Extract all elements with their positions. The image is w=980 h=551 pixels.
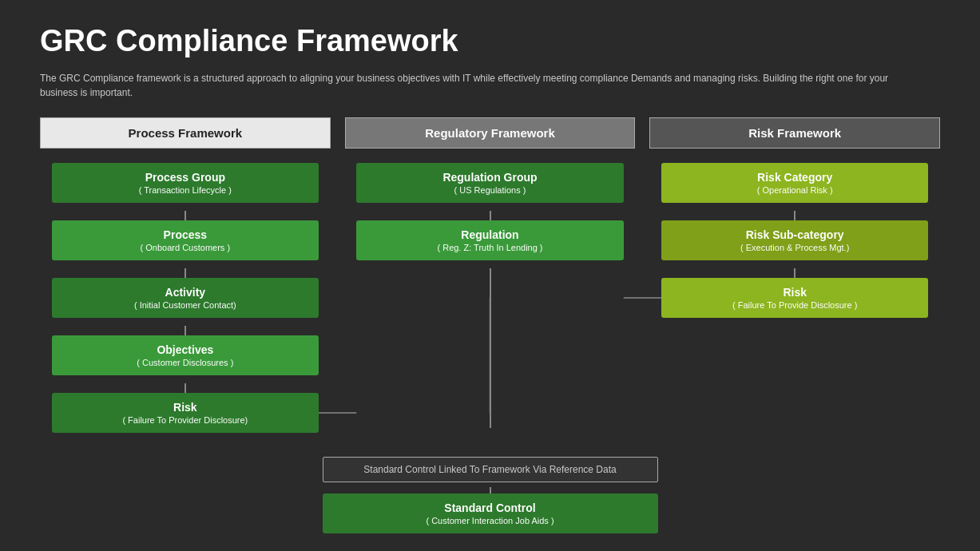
risk-boxes: Risk Category ( Operational Risk ) Risk … [649,163,940,326]
regulatory-header: Regulatory Framework [345,117,636,149]
v-line-4 [184,383,186,393]
objectives-box: Objectives ( Customer Disclosures ) [52,335,319,375]
process-column: Process Framework Process Group ( Transa… [40,117,331,441]
v-line-3 [184,326,186,335]
risk-v-line-2 [794,268,796,278]
process-box: Process ( Onboard Customers ) [52,220,319,260]
regulation-box: Regulation ( Reg. Z: Truth In Lending ) [356,220,624,260]
risk-column: Risk Framework Risk Category ( Operation… [649,117,940,441]
v-line-2 [184,268,186,278]
process-boxes: Process Group ( Transaction Lifecycle ) … [40,163,331,441]
standard-control-area: Standard Control Linked To Framework Via… [323,457,658,533]
risk-box: Risk ( Failure To Provide Disclosure ) [661,278,929,318]
page-description: The GRC Compliance framework is a struct… [40,71,919,100]
regulatory-boxes: Regulation Group ( US Regulations ) Regu… [345,163,636,428]
reg-v-line-1 [490,211,491,220]
standard-control-linked-label: Standard Control Linked To Framework Via… [323,457,658,482]
reg-v-line-long [490,268,491,428]
risk-v-line-1 [794,211,796,220]
std-v-line [490,487,491,494]
risk-category-box: Risk Category ( Operational Risk ) [661,163,929,203]
process-risk-box: Risk ( Failure To Provider Disclosure) [52,393,319,433]
page-title: GRC Compliance Framework [40,24,940,58]
risk-subcategory-box: Risk Sub-category ( Execution & Process … [661,220,929,260]
risk-header: Risk Framework [649,117,940,149]
process-group-box: Process Group ( Transaction Lifecycle ) [52,163,319,203]
regulation-group-box: Regulation Group ( US Regulations ) [356,163,624,203]
v-line-1 [184,211,186,220]
standard-control-box: Standard Control ( Customer Interaction … [323,494,658,533]
regulatory-column: Regulatory Framework Regulation Group ( … [345,117,636,441]
process-header: Process Framework [40,117,331,149]
activity-box: Activity ( Initial Customer Contact) [52,278,319,318]
page-container: GRC Compliance Framework The GRC Complia… [0,0,980,551]
